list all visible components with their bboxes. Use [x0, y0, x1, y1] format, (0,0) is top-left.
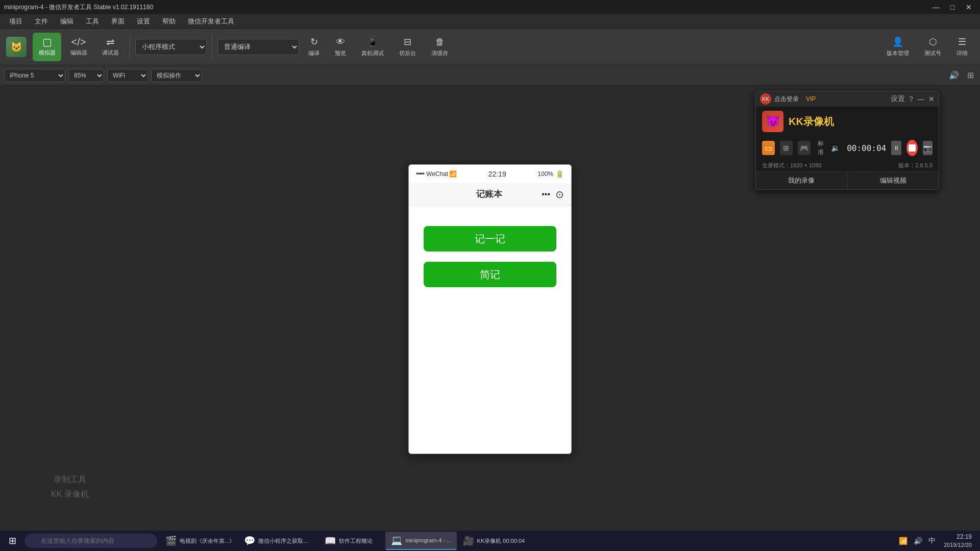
backend-button[interactable]: ⊟ 切后台	[393, 33, 422, 61]
device-toolbar: iPhone 5 85% WiFi 模拟操作 🔊 ⊞	[0, 65, 980, 86]
kk-click-login[interactable]: 点击登录	[774, 95, 799, 104]
menu-bar: 项目文件编辑工具界面设置帮助微信开发者工具	[0, 14, 980, 29]
kk-footer: 我的录像 编辑视频	[756, 171, 939, 189]
app-course-label: 软件工程概论	[339, 537, 373, 545]
kk-my-recordings-button[interactable]: 我的录像	[756, 172, 847, 189]
phone-signal: ••••• WeChat 📶	[416, 170, 457, 178]
minimize-button[interactable]: —	[929, 2, 943, 12]
version-manager-button[interactable]: 👤 版本管理	[880, 33, 915, 61]
kk-help-icon[interactable]: ?	[909, 95, 913, 103]
app-wechat-label: 微信小程序之获取...	[258, 537, 308, 545]
kk-titlebar: KK 点击登录 VIP 设置 ? — ✕	[756, 91, 939, 107]
menu-item-编辑[interactable]: 编辑	[55, 16, 79, 27]
taskbar-app-course[interactable]: 📖 软件工程概论	[313, 532, 384, 550]
wifi-icon: 📶	[449, 170, 457, 178]
kk-close-icon[interactable]: ✕	[928, 95, 935, 103]
backend-label: 切后台	[399, 49, 416, 57]
simulator-label: 模拟器	[39, 49, 56, 57]
jiyi-button[interactable]: 记一记	[424, 226, 556, 252]
nav-record-icon[interactable]: ⊙	[555, 188, 564, 201]
taskbar-app-kk[interactable]: 🎥 KK录像机 00:00:04	[458, 532, 529, 550]
kk-logo-small: KK	[760, 93, 771, 105]
taskbar-right: 📶 🔊 中 22:19 2019/12/20	[897, 533, 978, 549]
start-icon: ⊞	[9, 535, 16, 546]
clear-cache-button[interactable]: 🗑 清缓存	[425, 33, 454, 61]
kk-vip-badge: VIP	[806, 95, 816, 103]
kk-record-icon	[909, 144, 916, 152]
rotate-icon[interactable]: ⊞	[965, 69, 976, 81]
network-select[interactable]: WiFi	[107, 69, 148, 82]
carrier-name: WeChat	[426, 170, 448, 178]
close-button[interactable]: ✕	[962, 2, 976, 12]
menu-item-微信开发者工具[interactable]: 微信开发者工具	[183, 16, 239, 27]
operation-select[interactable]: 模拟操作	[151, 69, 202, 82]
taskbar-apps: 🎬 电视剧《庆余年第...》 💬 微信小程序之获取... 📖 软件工程概论 💻 …	[161, 532, 529, 550]
backend-icon: ⊟	[404, 36, 411, 47]
version-mgr-icon: 👤	[892, 36, 903, 47]
battery-percent: 100%	[537, 170, 553, 178]
kk-version: 版本：2.8.5.0	[898, 162, 933, 169]
jiyi-label: 记一记	[475, 232, 505, 246]
kk-snapshot-icon: 📷	[923, 144, 932, 152]
jinji-label: 简记	[480, 268, 500, 282]
real-device-button[interactable]: 📱 真机调试	[355, 33, 390, 61]
taskbar-app-wechat[interactable]: 💬 微信小程序之获取...	[240, 532, 312, 550]
mode-select[interactable]: 小程序模式	[135, 39, 207, 55]
editor-button[interactable]: </> 编辑器	[64, 33, 93, 61]
nav-icons: ••• ⊙	[542, 188, 564, 201]
menu-item-工具[interactable]: 工具	[81, 16, 104, 27]
kk-controls: ▭ ⊞ 🎮 标准 🔉 00:00:04 ⏸ 📷	[756, 136, 939, 160]
signal-dots: •••••	[416, 170, 424, 178]
kk-game-mode-btn[interactable]: 🎮	[798, 141, 811, 155]
kk-window-mode-btn[interactable]: ⊞	[780, 141, 793, 155]
test-button[interactable]: ⬡ 测试号	[918, 33, 947, 61]
menu-item-界面[interactable]: 界面	[106, 16, 130, 27]
nav-more-icon[interactable]: •••	[542, 190, 550, 199]
compile-icon: ↻	[310, 36, 318, 47]
kk-edit-video-button[interactable]: 编辑视频	[847, 172, 939, 189]
user-avatar[interactable]: 🐱	[6, 37, 27, 57]
debugger-button[interactable]: ⇌ 调试器	[96, 33, 125, 61]
compile-button[interactable]: ↻ 编译	[302, 33, 326, 61]
version-mgr-label: 版本管理	[887, 49, 909, 57]
language-icon[interactable]: 中	[926, 535, 938, 546]
toolbar: 🐱 ▢ 模拟器 </> 编辑器 ⇌ 调试器 小程序模式 普通编译 ↻ 编译 👁 …	[0, 29, 980, 65]
test-label: 测试号	[924, 49, 941, 57]
menu-item-文件[interactable]: 文件	[30, 16, 53, 27]
phone-time: 22:19	[488, 170, 506, 178]
jinji-button[interactable]: 简记	[424, 262, 556, 287]
taskbar-app-tv[interactable]: 🎬 电视剧《庆余年第...》	[161, 532, 239, 550]
scale-select[interactable]: 85%	[68, 69, 104, 82]
toolbar-separator-2	[212, 35, 212, 59]
kk-title-right: 设置 ? — ✕	[891, 94, 935, 104]
network-icon[interactable]: 📶	[897, 536, 910, 546]
kk-minimize-icon[interactable]: —	[917, 95, 924, 103]
kk-volume-icon[interactable]: 🔉	[831, 144, 840, 152]
preview-button[interactable]: 👁 预览	[329, 33, 352, 61]
editor-label: 编辑器	[70, 49, 87, 57]
compile-mode-select[interactable]: 普通编译	[217, 39, 299, 55]
device-select[interactable]: iPhone 5	[4, 69, 65, 82]
start-button[interactable]: ⊞	[2, 532, 22, 550]
taskbar-search-input[interactable]	[24, 534, 157, 548]
menu-item-项目[interactable]: 项目	[4, 16, 28, 27]
kk-screen-mode-btn[interactable]: ▭	[762, 141, 775, 155]
taskbar-app-miniprogram[interactable]: 💻 miniprogram-4 - ...	[385, 532, 457, 550]
kk-timer: 00:00:04	[847, 143, 886, 153]
taskbar: ⊞ 🔍 🎬 电视剧《庆余年第...》 💬 微信小程序之获取... 📖 软件工程概…	[0, 531, 980, 551]
maximize-button[interactable]: □	[945, 2, 960, 12]
simulator-button[interactable]: ▢ 模拟器	[33, 33, 61, 61]
menu-item-帮助[interactable]: 帮助	[157, 16, 181, 27]
phone-content: 记一记 简记	[409, 206, 571, 454]
battery-icon: 🔋	[555, 170, 564, 178]
volume-icon[interactable]: 🔊	[912, 536, 924, 546]
window-controls: — □ ✕	[929, 2, 976, 12]
sound-icon[interactable]: 🔊	[947, 69, 961, 81]
kk-settings-label[interactable]: 设置	[891, 94, 905, 104]
kk-pause-button[interactable]: ⏸	[891, 141, 901, 155]
menu-item-设置[interactable]: 设置	[132, 16, 155, 27]
debugger-icon: ⇌	[106, 37, 115, 47]
details-button[interactable]: ☰ 详情	[950, 33, 974, 61]
kk-snapshot-button[interactable]: 📷	[923, 141, 933, 155]
kk-record-button[interactable]	[906, 140, 918, 156]
